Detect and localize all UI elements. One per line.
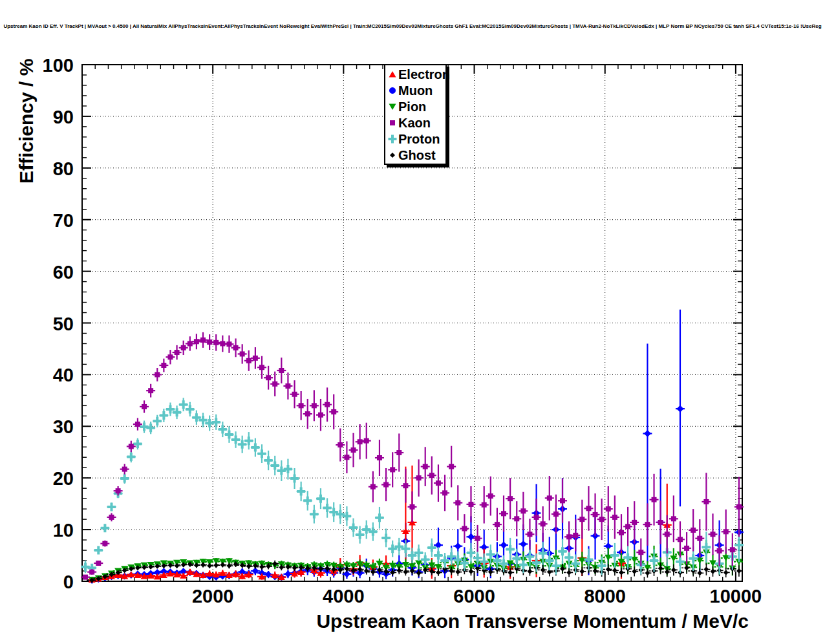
legend-label: Kaon: [398, 116, 431, 129]
kaon-marker: [599, 517, 605, 522]
x-tick-label: 2000: [167, 586, 258, 607]
proton-legend-marker-icon: [387, 134, 398, 144]
kaon-marker: [188, 341, 193, 346]
ghost-marker: [436, 570, 441, 575]
legend-label: Ghost: [398, 149, 436, 162]
kaon-marker: [370, 484, 376, 489]
legend-label: Muon: [398, 84, 433, 97]
kaon-marker: [233, 345, 239, 350]
y-tick-label: 90: [0, 107, 74, 128]
proton-marker: [356, 531, 364, 539]
ghost-marker: [200, 562, 206, 567]
legend-item-electron: Electron: [387, 66, 445, 82]
kaon-marker: [220, 341, 225, 346]
kaon-marker: [508, 496, 513, 501]
legend-label: Pion: [398, 100, 426, 113]
kaon-marker: [167, 354, 173, 360]
proton-marker: [297, 487, 305, 495]
kaon-marker: [266, 375, 271, 380]
muon-marker: [644, 430, 651, 437]
kaon-marker: [449, 464, 454, 469]
legend-item-ghost: Ghost: [387, 147, 445, 163]
proton-marker: [519, 561, 528, 569]
proton-marker: [186, 405, 194, 413]
proton-marker: [277, 467, 286, 475]
kaon-marker: [148, 388, 153, 393]
kaon-marker: [122, 467, 127, 472]
ghost-marker: [468, 569, 473, 574]
kaon-marker: [285, 383, 290, 389]
ghost-marker: [364, 568, 369, 574]
kaon-marker: [109, 515, 114, 520]
kaon-marker: [442, 490, 447, 495]
kaon-marker: [665, 531, 670, 537]
proton-marker: [486, 550, 495, 559]
kaon-marker: [703, 499, 709, 504]
kaon-marker: [553, 511, 559, 517]
proton-marker: [231, 436, 240, 444]
legend-item-kaon: Kaon: [387, 114, 445, 131]
series-muon: [87, 310, 744, 584]
kaon-marker: [377, 455, 382, 460]
kaon-marker: [723, 529, 729, 534]
legend-label: Electron: [398, 68, 450, 81]
kaon-marker: [586, 506, 591, 511]
electron-legend-marker-icon: [387, 69, 398, 80]
legend-label: Proton: [398, 133, 440, 145]
kaon-marker: [200, 338, 206, 343]
muon-marker: [467, 533, 475, 541]
kaon-marker: [691, 528, 696, 533]
kaon-marker: [645, 522, 650, 527]
kaon-marker: [416, 475, 422, 480]
muon-marker: [520, 541, 527, 548]
kaon-marker: [383, 482, 389, 488]
kaon-marker: [312, 403, 317, 408]
figure: Upstream Kaon ID Eff. V TrackPt | MVAout…: [0, 0, 825, 644]
kaon-marker: [436, 480, 441, 486]
legend-marker-glyph: [390, 153, 395, 158]
kaon-marker: [318, 413, 323, 418]
kaon-marker: [547, 495, 552, 500]
ghost-marker: [684, 565, 689, 570]
legend-item-muon: Muon: [387, 82, 445, 98]
proton-marker: [127, 453, 135, 461]
ghost-marker: [449, 568, 454, 574]
y-tick-label: 20: [0, 468, 74, 489]
ghost-marker: [723, 570, 729, 575]
ghost-marker: [619, 570, 624, 575]
pion-legend-marker-icon: [387, 102, 398, 112]
y-tick-label: 70: [0, 210, 74, 231]
ghost-legend-marker-icon: [387, 150, 398, 160]
muon-legend-marker-icon: [387, 85, 398, 96]
kaon-marker: [573, 533, 578, 538]
kaon-marker: [175, 350, 180, 355]
ghost-marker: [403, 570, 408, 575]
kaon-marker: [455, 500, 460, 506]
proton-marker: [303, 497, 312, 505]
ghost-marker: [736, 568, 742, 574]
kaon-marker: [462, 526, 467, 531]
legend-marker-glyph: [389, 103, 396, 110]
kaon-marker: [410, 504, 415, 510]
y-tick-label: 60: [0, 262, 74, 283]
proton-marker: [624, 553, 632, 562]
proton-marker: [467, 549, 475, 557]
kaon-legend-marker-icon: [387, 118, 398, 128]
proton-marker: [382, 533, 391, 542]
y-tick-label: 30: [0, 416, 74, 438]
x-tick-label: 4000: [298, 586, 389, 607]
ghost-marker: [671, 567, 676, 572]
ghost-marker: [566, 570, 572, 575]
kaon-marker: [658, 520, 663, 525]
ghost-marker: [711, 569, 716, 574]
proton-marker: [271, 462, 279, 470]
proton-marker: [120, 474, 129, 482]
kaon-marker: [129, 444, 134, 449]
ghost-marker: [527, 569, 532, 574]
legend-marker-glyph: [390, 120, 395, 125]
kaon-marker: [482, 502, 487, 508]
proton-marker: [225, 431, 233, 439]
kaon-marker: [116, 488, 121, 493]
ghost-marker: [697, 570, 702, 575]
kaon-marker: [593, 512, 598, 517]
